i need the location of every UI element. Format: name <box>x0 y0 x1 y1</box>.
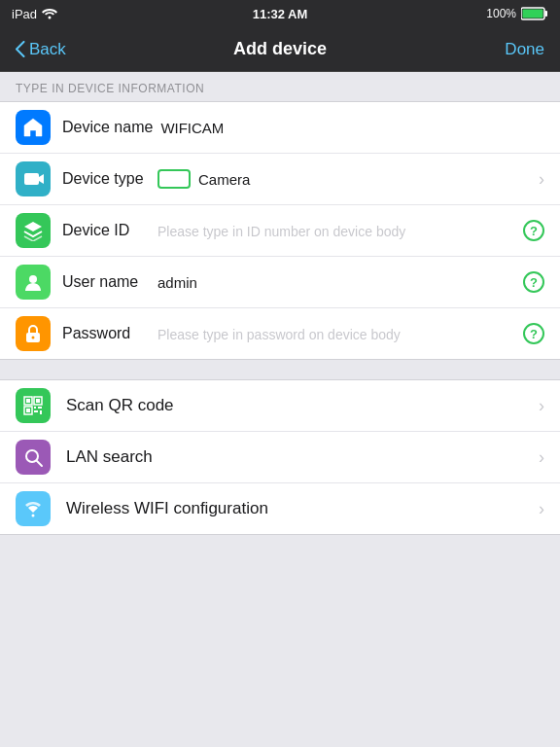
device-name-icon <box>16 110 51 145</box>
device-type-text: Camera <box>198 171 250 188</box>
device-id-icon <box>16 213 51 248</box>
bottom-area <box>0 535 560 747</box>
lan-search-label: LAN search <box>62 447 539 467</box>
device-name-label: Device name <box>62 119 153 136</box>
svg-rect-17 <box>34 410 38 412</box>
wifi-status-icon <box>42 8 57 19</box>
form-section: Device name Device type Camera › Device … <box>0 101 560 360</box>
device-type-value: Camera <box>150 169 539 189</box>
svg-rect-14 <box>26 409 30 412</box>
svg-rect-10 <box>26 399 30 403</box>
svg-rect-15 <box>34 407 36 409</box>
back-button[interactable]: Back <box>16 40 66 59</box>
device-id-input[interactable] <box>150 223 523 239</box>
device-type-icon <box>16 161 51 196</box>
home-icon <box>22 117 44 138</box>
device-id-label: Device ID <box>62 222 150 239</box>
lan-search-row[interactable]: LAN search › <box>0 432 560 483</box>
device-id-help-button[interactable]: ? <box>523 220 544 241</box>
status-right: 100% <box>486 7 548 20</box>
done-button[interactable]: Done <box>505 40 544 59</box>
password-icon <box>16 316 51 351</box>
list-section: Scan QR code › LAN search › Wireless WIF… <box>0 379 560 535</box>
nav-title: Add device <box>233 39 327 59</box>
svg-marker-5 <box>39 174 44 184</box>
user-name-row: User name ? <box>0 257 560 308</box>
back-label: Back <box>29 40 66 59</box>
camera-icon <box>22 168 44 190</box>
battery-label: 100% <box>486 7 516 20</box>
user-name-help-button[interactable]: ? <box>523 271 544 293</box>
scan-qr-label: Scan QR code <box>62 396 539 415</box>
section-header: TYPE IN DEVICE INFORMATION <box>0 72 560 101</box>
password-input[interactable] <box>150 326 523 342</box>
user-name-label: User name <box>62 273 150 291</box>
svg-point-6 <box>29 275 37 283</box>
password-row: Password ? <box>0 308 560 359</box>
back-chevron-icon <box>16 41 25 57</box>
device-id-row: Device ID ? <box>0 205 560 257</box>
status-bar: iPad 11:32 AM 100% <box>0 0 560 27</box>
svg-rect-2 <box>545 11 548 17</box>
svg-point-19 <box>26 450 38 462</box>
carrier-label: iPad <box>12 7 37 21</box>
wireless-wifi-label: Wireless WIFI configuration <box>62 499 539 518</box>
nav-bar: Back Add device Done <box>0 27 560 72</box>
svg-rect-18 <box>40 410 42 414</box>
status-time: 11:32 AM <box>253 7 308 21</box>
lan-search-chevron-icon: › <box>539 447 544 468</box>
svg-rect-3 <box>523 10 543 18</box>
battery-icon <box>521 7 548 20</box>
wifi-icon <box>22 498 44 519</box>
svg-rect-12 <box>36 399 40 403</box>
device-type-row[interactable]: Device type Camera › <box>0 154 560 205</box>
scan-qr-chevron-icon: › <box>539 396 544 416</box>
wireless-wifi-row[interactable]: Wireless WIFI configuration › <box>0 483 560 534</box>
section-gap-1 <box>0 360 560 379</box>
camera-toggle-indicator <box>158 169 191 189</box>
device-name-row: Device name <box>0 102 560 154</box>
wireless-wifi-icon <box>16 491 51 526</box>
user-name-icon <box>16 265 51 300</box>
device-type-chevron-icon: › <box>539 169 544 190</box>
password-help-button[interactable]: ? <box>523 323 544 344</box>
svg-point-8 <box>32 337 35 339</box>
svg-rect-4 <box>24 173 39 185</box>
svg-point-0 <box>49 17 52 19</box>
status-left: iPad <box>12 7 57 21</box>
user-name-input[interactable] <box>150 274 523 291</box>
lock-icon <box>22 323 44 344</box>
svg-rect-16 <box>38 407 42 409</box>
layers-icon <box>22 220 44 241</box>
user-icon <box>22 271 44 293</box>
device-name-input[interactable] <box>153 120 544 136</box>
scan-qr-icon <box>16 388 51 423</box>
lan-search-icon <box>16 440 51 475</box>
search-icon <box>22 446 44 468</box>
svg-line-20 <box>37 461 42 466</box>
device-type-label: Device type <box>62 170 150 188</box>
scan-qr-row[interactable]: Scan QR code › <box>0 380 560 432</box>
wireless-wifi-chevron-icon: › <box>539 499 544 519</box>
qr-code-icon <box>22 395 44 416</box>
svg-point-21 <box>32 515 35 517</box>
password-label: Password <box>62 325 150 342</box>
